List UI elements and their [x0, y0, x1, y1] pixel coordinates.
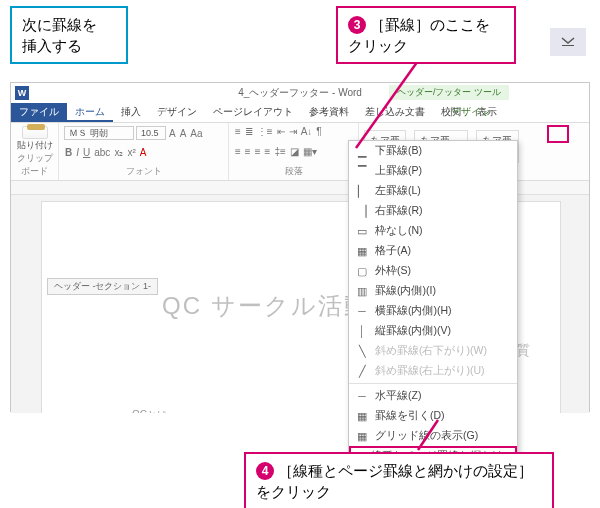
font-name-select[interactable]: ＭＳ 明朝	[64, 126, 134, 140]
borders-button[interactable]: ▦▾	[302, 146, 318, 157]
dropdown-item-label: 枠なし(N)	[375, 224, 423, 238]
dropdown-item-label: 横罫線(内側)(H)	[375, 304, 452, 318]
borders-dropdown: ▁下罫線(B)▔上罫線(P)▏左罫線(L)▕右罫線(R)▭枠なし(N)▦格子(A…	[348, 140, 518, 481]
ribbon-tabs: ファイル ホーム 挿入 デザイン ページレイアウト 参考資料 差し込み文書 校閲…	[11, 103, 589, 123]
borders-button-highlight	[547, 125, 569, 143]
align-right-icon[interactable]: ≡	[254, 146, 262, 157]
dropdown-item-label: 外枠(S)	[375, 264, 411, 278]
border-type-icon: ▢	[355, 265, 369, 277]
line-spacing-icon[interactable]: ‡≡	[273, 146, 286, 157]
indent-dec-icon[interactable]: ⇤	[276, 126, 286, 137]
callout-step4: 4［線種とページ罫線と網かけの設定］をクリック	[244, 452, 554, 508]
collapse-ribbon-button[interactable]	[550, 28, 586, 56]
border-type-icon: │	[355, 325, 369, 337]
border-type-icon: ▕	[355, 205, 369, 217]
dropdown-item[interactable]: ▏左罫線(L)	[349, 181, 517, 201]
font-color-icon[interactable]: A	[139, 147, 148, 158]
header-footer-tools-label: ヘッダー/フッター ツール	[389, 85, 509, 100]
dropdown-item-label: 罫線(内側)(I)	[375, 284, 436, 298]
dropdown-item[interactable]: ▭枠なし(N)	[349, 221, 517, 241]
border-type-icon: ▦	[355, 245, 369, 257]
shrink-font-icon[interactable]: A	[179, 128, 188, 139]
border-type-icon: ▭	[355, 225, 369, 237]
dropdown-item[interactable]: ▢外枠(S)	[349, 261, 517, 281]
border-type-icon: ─	[355, 390, 369, 402]
tab-insert[interactable]: 挿入	[113, 102, 149, 122]
tab-home[interactable]: ホーム	[67, 102, 113, 122]
strike-icon[interactable]: abc	[93, 147, 111, 158]
tab-layout[interactable]: ページレイアウト	[205, 102, 301, 122]
callout-insert-next: 次に罫線を 挿入する	[10, 6, 128, 64]
border-type-icon: ▦	[355, 430, 369, 442]
dropdown-item[interactable]: ▥罫線(内側)(I)	[349, 281, 517, 301]
dropdown-item[interactable]: ▦罫線を引く(D)	[349, 406, 517, 426]
dropdown-item[interactable]: ▦格子(A)	[349, 241, 517, 261]
italic-icon[interactable]: I	[75, 147, 80, 158]
grow-font-icon[interactable]: A	[168, 128, 177, 139]
paste-icon[interactable]	[22, 126, 48, 139]
tab-references[interactable]: 参考資料	[301, 102, 357, 122]
sub-icon[interactable]: x₂	[113, 147, 124, 158]
dropdown-item[interactable]: ─水平線(Z)	[349, 386, 517, 406]
tab-mailings[interactable]: 差し込み文書	[357, 102, 433, 122]
multilevel-icon[interactable]: ⋮≡	[256, 126, 274, 137]
step-badge-4: 4	[256, 462, 274, 480]
dropdown-item-label: 格子(A)	[375, 244, 411, 258]
dropdown-item-label: 水平線(Z)	[375, 389, 421, 403]
title-bar: W 4_ヘッダーフッター - Word ヘッダー/フッター ツール	[11, 83, 589, 103]
dropdown-item-label: 罫線を引く(D)	[375, 409, 445, 423]
svg-rect-0	[562, 45, 574, 46]
clipboard-group-label: クリップボード	[16, 152, 53, 180]
border-type-icon: ▔	[355, 165, 369, 177]
dropdown-item-label: 下罫線(B)	[375, 144, 422, 158]
window-title: 4_ヘッダーフッター - Word	[238, 86, 362, 100]
paragraph-group-label: 段落	[234, 165, 353, 180]
dropdown-item: ╲斜め罫線(右下がり)(W)	[349, 341, 517, 361]
bullets-icon[interactable]: ≡	[234, 126, 242, 137]
align-center-icon[interactable]: ≡	[244, 146, 252, 157]
tab-design[interactable]: デザイン	[149, 102, 205, 122]
show-marks-icon[interactable]: ¶	[315, 126, 322, 137]
dropdown-item-label: 右罫線(R)	[375, 204, 423, 218]
border-type-icon: ─	[355, 305, 369, 317]
paste-label: 貼り付け	[16, 139, 53, 152]
border-type-icon: ▦	[355, 410, 369, 422]
indent-inc-icon[interactable]: ⇥	[288, 126, 298, 137]
dropdown-item[interactable]: ─横罫線(内側)(H)	[349, 301, 517, 321]
doc-heading: QC サークル活動	[162, 290, 370, 322]
tab-hf-design[interactable]: デザイン	[443, 102, 499, 122]
justify-icon[interactable]: ≡	[264, 146, 272, 157]
word-icon: W	[15, 86, 29, 100]
border-type-icon: ╲	[355, 345, 369, 357]
dropdown-item[interactable]: ▁下罫線(B)	[349, 141, 517, 161]
border-type-icon: ▏	[355, 185, 369, 197]
dropdown-item[interactable]: ▔上罫線(P)	[349, 161, 517, 181]
dropdown-item[interactable]: ▕右罫線(R)	[349, 201, 517, 221]
bold-icon[interactable]: B	[64, 147, 73, 158]
tab-file[interactable]: ファイル	[11, 102, 67, 122]
sort-icon[interactable]: A↓	[300, 126, 314, 137]
font-size-select[interactable]: 10.5	[136, 126, 166, 140]
dropdown-item-label: 上罫線(P)	[375, 164, 422, 178]
dropdown-item[interactable]: ▦グリッド線の表示(G)	[349, 426, 517, 446]
doc-body-text: QCとは	[132, 408, 167, 413]
step-badge-3: 3	[348, 16, 366, 34]
dropdown-item[interactable]: │縦罫線(内側)(V)	[349, 321, 517, 341]
border-type-icon: ▁	[355, 145, 369, 157]
clear-format-icon[interactable]: Aa	[189, 128, 203, 139]
shading-icon[interactable]: ◪	[289, 146, 300, 157]
align-left-icon[interactable]: ≡	[234, 146, 242, 157]
dropdown-item-label: 斜め罫線(右下がり)(W)	[375, 344, 487, 358]
numbering-icon[interactable]: ≣	[244, 126, 254, 137]
border-type-icon: ╱	[355, 365, 369, 377]
underline-icon[interactable]: U	[82, 147, 91, 158]
dropdown-item-label: 縦罫線(内側)(V)	[375, 324, 451, 338]
sup-icon[interactable]: x²	[126, 147, 136, 158]
header-section-tag: ヘッダー -セクション 1-	[47, 278, 158, 295]
callout-step3: 3［罫線］のここをクリック	[336, 6, 516, 64]
dropdown-item-label: 左罫線(L)	[375, 184, 421, 198]
dropdown-item-label: グリッド線の表示(G)	[375, 429, 478, 443]
dropdown-item-label: 斜め罫線(右上がり)(U)	[375, 364, 485, 378]
font-group-label: フォント	[64, 165, 223, 180]
dropdown-item: ╱斜め罫線(右上がり)(U)	[349, 361, 517, 381]
